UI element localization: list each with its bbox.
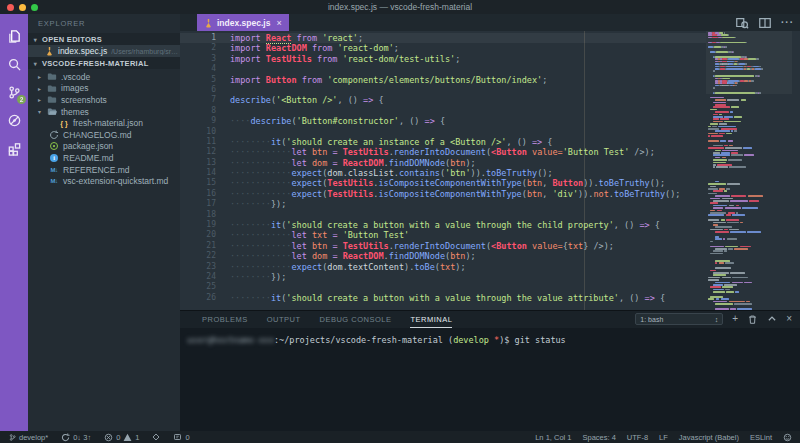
status-cursor-position[interactable]: Ln 1, Col 1 <box>535 433 571 442</box>
status-label: Ln 1, Col 1 <box>535 433 571 442</box>
status-problems-status[interactable]: 01 <box>104 433 139 442</box>
status-eol[interactable]: LF <box>659 433 668 442</box>
line-number: 21 <box>180 241 216 251</box>
code-line[interactable]: 16············expect(TestUtils.isComposi… <box>180 189 706 199</box>
code-line[interactable]: 21············let btn = TestUtils.render… <box>180 241 706 251</box>
code-line[interactable]: 1import React from 'react'; <box>180 33 706 43</box>
tab-close-icon[interactable]: × <box>276 18 281 28</box>
chevron-right-icon: ▸ <box>36 85 43 92</box>
code-line[interactable]: 5import Button from 'components/elements… <box>180 75 706 85</box>
close-panel-button[interactable]: × <box>786 313 792 325</box>
tree-item--vscode[interactable]: ▸.vscode <box>28 71 180 83</box>
line-number: 25 <box>180 282 216 292</box>
tree-item-reference-md[interactable]: M↓REFERENCE.md <box>28 164 180 176</box>
activity-item-explorer[interactable] <box>0 22 28 50</box>
bottom-panel: PROBLEMSOUTPUTDEBUG CONSOLETERMINAL 1: b… <box>180 310 800 431</box>
activity-item-debug[interactable] <box>0 106 28 134</box>
split-editor-button[interactable] <box>758 16 772 30</box>
editor-tab-index.spec.js[interactable]: index.spec.js× <box>197 14 289 31</box>
debug-icon <box>7 113 22 128</box>
tree-item-package-json[interactable]: package.json <box>28 141 180 153</box>
activity-item-extensions[interactable] <box>0 134 28 162</box>
code-line[interactable]: 11········it('should create an instance … <box>180 137 706 147</box>
tree-item-fresh-material-json[interactable]: { }fresh-material.json <box>28 117 180 129</box>
code-line[interactable]: 18 <box>180 210 706 220</box>
new-terminal-button[interactable]: + <box>732 313 738 325</box>
markdown-icon: M↓ <box>49 165 59 175</box>
terminal-select[interactable]: 1: bash↕ <box>635 313 723 325</box>
code-line[interactable]: 10 <box>180 127 706 137</box>
code-line[interactable]: 12············let btn = TestUtils.render… <box>180 147 706 157</box>
minimap[interactable] <box>706 31 792 310</box>
explorer-sidebar: EXPLORER ▾ OPEN EDITORS index.spec.js/Us… <box>28 14 180 431</box>
status-git-branch-status[interactable]: develop* <box>9 433 48 442</box>
code-line[interactable]: 24········}); <box>180 272 706 282</box>
tree-item-readme-md[interactable]: iREADME.md <box>28 152 180 164</box>
code-line[interactable]: 8 <box>180 106 706 116</box>
tree-item-images[interactable]: ▸images <box>28 83 180 95</box>
tree-item-screenshots[interactable]: ▸screenshots <box>28 94 180 106</box>
chevron-right-icon: ▸ <box>36 96 43 103</box>
code-line[interactable]: 14············expect(dom.classList.conta… <box>180 168 706 178</box>
chevron-right-icon: ▸ <box>36 73 43 80</box>
status-label: Spaces: 4 <box>582 433 615 442</box>
code-line[interactable]: 23············expect(dom.textContent).to… <box>180 262 706 272</box>
panel-tab-terminal[interactable]: TERMINAL <box>410 311 452 328</box>
tree-item-label: .vscode <box>61 72 90 82</box>
panel-tab-debug-console[interactable]: DEBUG CONSOLE <box>320 311 392 328</box>
open-preview-button[interactable] <box>735 16 749 30</box>
code-line[interactable]: 26········it('should create a button wit… <box>180 293 706 303</box>
open-editors-header[interactable]: ▾ OPEN EDITORS <box>28 33 180 45</box>
terminal[interactable]: user@hostname-xxx:~/projects/vscode-fres… <box>180 328 800 345</box>
line-number: 1 <box>180 33 216 43</box>
code-line[interactable]: 3import TestUtils from 'react-dom/test-u… <box>180 54 706 64</box>
status-sync-status[interactable]: 0↓ 3↑ <box>61 433 91 442</box>
code-line-text: ········it('should create a button with … <box>230 293 665 303</box>
kill-terminal-button[interactable] <box>747 314 758 325</box>
code-line-text: ············expect(TestUtils.isComposite… <box>230 189 680 199</box>
panel-tab-problems[interactable]: PROBLEMS <box>202 311 248 328</box>
status-indentation[interactable]: Spaces: 4 <box>582 433 615 442</box>
title-bar[interactable]: index.spec.js — vscode-fresh-material <box>0 0 800 14</box>
code-line[interactable]: 19········it('should create a button wit… <box>180 220 706 230</box>
open-editor-item[interactable]: index.spec.js/Users/rhamburg/src/gpe-ser… <box>28 45 180 57</box>
status-language-mode[interactable]: Javascript (Babel) <box>679 433 739 442</box>
code-line[interactable]: 22············let dom = ReactDOM.findDOM… <box>180 251 706 261</box>
code-line-text: ············expect(dom.classList.contain… <box>230 168 553 178</box>
more-actions-button[interactable]: ··· <box>781 17 794 28</box>
search-icon <box>7 57 22 72</box>
code-line[interactable]: 2import ReactDOM from 'react-dom'; <box>180 43 706 53</box>
code-line-text: ····describe('Button#constructor', () =>… <box>230 116 445 126</box>
line-number: 22 <box>180 251 216 261</box>
code-line[interactable]: 17········}); <box>180 199 706 209</box>
status-eslint-status[interactable]: ESLint <box>750 433 772 442</box>
code-line-text: ········it('should create an instance of… <box>230 137 552 147</box>
panel-tab-output[interactable]: OUTPUT <box>267 311 301 328</box>
code-line[interactable]: 15············expect(TestUtils.isComposi… <box>180 178 706 188</box>
code-line[interactable]: 9····describe('Button#constructor', () =… <box>180 116 706 126</box>
workspace-folder-header[interactable]: ▾ VSCODE-FRESH-MATERIAL <box>28 57 180 69</box>
folder-open-icon <box>47 107 57 117</box>
code-line[interactable]: 7describe('<Button />', () => { <box>180 95 706 105</box>
status-bar: develop*0↓ 3↑010 Ln 1, Col 1Spaces: 4UTF… <box>0 431 800 443</box>
code-line[interactable]: 13············let dom = ReactDOM.findDOM… <box>180 158 706 168</box>
activity-item-search[interactable] <box>0 50 28 78</box>
tree-item-vsc-extension-quickstart-md[interactable]: M↓vsc-extension-quickstart.md <box>28 175 180 187</box>
status-misc-status-2[interactable]: 0 <box>173 433 189 442</box>
code-editor[interactable]: 1import React from 'react';2import React… <box>180 31 800 310</box>
activity-item-source-control[interactable]: 2 <box>0 78 28 106</box>
tree-item-themes[interactable]: ▾themes <box>28 106 180 118</box>
code-line-text: ········}); <box>230 199 286 209</box>
status-misc-status-1[interactable] <box>152 433 160 441</box>
code-line[interactable]: 25 <box>180 282 706 292</box>
code-line[interactable]: 20············let txt = 'Button Test' <box>180 230 706 240</box>
code-line[interactable]: 4 <box>180 64 706 74</box>
line-number: 9 <box>180 116 216 126</box>
code-line[interactable]: 6 <box>180 85 706 95</box>
code-area[interactable]: 1import React from 'react';2import React… <box>180 31 706 310</box>
tree-item-changelog-md[interactable]: CHANGELOG.md <box>28 129 180 141</box>
status-feedback[interactable] <box>783 433 792 442</box>
line-number: 13 <box>180 158 216 168</box>
status-encoding[interactable]: UTF-8 <box>627 433 648 442</box>
maximize-panel-button[interactable] <box>767 314 777 324</box>
